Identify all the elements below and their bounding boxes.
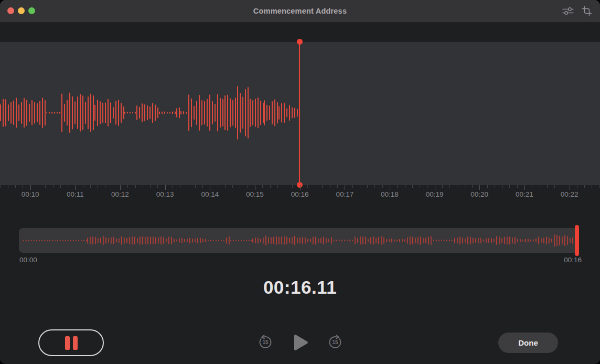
skip-back-15-button[interactable]: 15 [257, 334, 274, 353]
ruler-tick-minor [517, 185, 518, 188]
ruler-tick-minor [307, 185, 308, 188]
ruler-label: 00:18 [374, 190, 405, 198]
ruler-tick-minor [382, 185, 383, 188]
ruler-label: 00:14 [194, 190, 226, 198]
play-button[interactable] [292, 334, 309, 354]
ruler-tick-minor [195, 185, 196, 188]
ruler-tick-minor [232, 185, 233, 188]
ruler-tick-major [30, 185, 31, 190]
ruler-tick-minor [240, 185, 240, 188]
ruler-tick-minor [547, 185, 548, 188]
playhead-top-dot [297, 39, 303, 45]
ruler-tick-minor [420, 185, 420, 188]
overview-end-time: 00:16 [564, 256, 582, 264]
ruler-tick-minor [427, 185, 427, 188]
ruler-tick-minor [584, 185, 585, 188]
ruler-tick-minor [374, 185, 375, 188]
window-title: Commencement Address [0, 0, 600, 22]
ruler-tick-minor [45, 185, 46, 188]
crop-trim-icon[interactable] [581, 5, 593, 19]
ruler-tick-minor [487, 185, 488, 188]
ruler-tick-minor [143, 185, 143, 188]
ruler-tick-minor [330, 185, 330, 188]
ruler-tick-minor [465, 185, 465, 188]
ruler-label: 00:11 [59, 190, 91, 198]
ruler-label: 00:09 [0, 190, 1, 198]
playhead-line [299, 41, 300, 185]
ruler-label: 00:12 [104, 190, 136, 198]
ruler-tick-minor [225, 185, 226, 188]
scrubber-handle[interactable] [575, 225, 579, 256]
ruler-tick-minor [352, 185, 353, 188]
overview-waveform [19, 228, 578, 253]
ruler-tick-minor [457, 185, 457, 188]
ruler-tick-minor [322, 185, 323, 188]
ruler-label: 00:20 [464, 190, 495, 198]
ruler-tick-minor [270, 185, 271, 188]
voice-memos-window: Commencement Address [0, 0, 600, 364]
ruler-tick-minor [277, 185, 278, 188]
done-button[interactable]: Done [498, 333, 558, 353]
ruler-tick-minor [150, 185, 151, 188]
ruler-tick-major [75, 185, 76, 190]
pause-button[interactable] [38, 329, 104, 356]
ruler-tick-minor [105, 185, 105, 188]
play-icon [295, 336, 307, 349]
ruler-tick-major [165, 185, 166, 190]
ruler-tick-minor [202, 185, 203, 188]
ruler-tick-major [479, 185, 480, 190]
ruler-tick-major [570, 185, 570, 190]
ruler-tick-minor [554, 185, 555, 188]
ruler-label: 00:10 [15, 190, 46, 198]
ruler-tick-minor [502, 185, 502, 188]
ruler-tick-minor [292, 185, 293, 188]
ruler-tick-major [524, 185, 525, 190]
ruler-label: 00:15 [239, 190, 271, 198]
ruler-tick-minor [562, 185, 562, 188]
ruler-tick-minor [68, 185, 68, 188]
ruler-tick-minor [577, 185, 577, 188]
audio-adjust-sliders-icon[interactable] [561, 5, 575, 19]
ruler-tick-minor [337, 185, 338, 188]
ruler-tick-minor [38, 185, 38, 188]
ruler-tick-major [300, 185, 301, 190]
ruler-tick-minor [592, 185, 592, 188]
ruler-label: 00:13 [149, 190, 181, 198]
ruler-tick-minor [23, 185, 23, 188]
timeline-ruler[interactable]: 00:0900:1000:1100:1200:1300:1400:1500:16… [0, 185, 600, 206]
playhead[interactable] [294, 39, 305, 191]
ruler-tick-minor [285, 185, 285, 188]
ruler-tick-minor [397, 185, 398, 188]
ruler-tick-minor [412, 185, 413, 188]
ruler-tick-minor [188, 185, 188, 188]
ruler-label: 00:19 [419, 190, 451, 198]
ruler-label: 00:17 [329, 190, 360, 198]
ruler-tick-minor [8, 185, 8, 188]
ruler-tick-minor [248, 185, 248, 188]
ruler-label: 00:16 [284, 190, 316, 198]
ruler-tick-minor [532, 185, 532, 188]
pause-icon [65, 336, 70, 350]
ruler-tick-minor [127, 185, 128, 188]
ruler-tick-major [345, 185, 345, 190]
skip-forward-15-label: 15 [332, 339, 338, 345]
ruler-tick-major [255, 185, 255, 190]
skip-forward-15-button[interactable]: 15 [327, 334, 344, 353]
skip-back-15-label: 15 [262, 339, 269, 345]
ruler-tick-minor [90, 185, 91, 188]
ruler-tick-minor [1, 185, 1, 188]
ruler-tick-minor [218, 185, 218, 188]
ruler-tick-minor [262, 185, 263, 188]
ruler-tick-minor [60, 185, 61, 188]
ruler-tick-minor [442, 185, 443, 188]
overview-start-time: 00:00 [19, 256, 37, 264]
ruler-tick-major [390, 185, 390, 190]
overview-strip[interactable] [19, 228, 578, 253]
elapsed-time-display: 00:16.11 [0, 277, 600, 298]
ruler-tick-minor [113, 185, 113, 188]
ruler-tick-minor [449, 185, 450, 188]
ruler-tick-minor [540, 185, 540, 188]
ruler-tick-minor [472, 185, 473, 188]
ruler-tick-minor [180, 185, 180, 188]
ruler-tick-minor [15, 185, 16, 188]
